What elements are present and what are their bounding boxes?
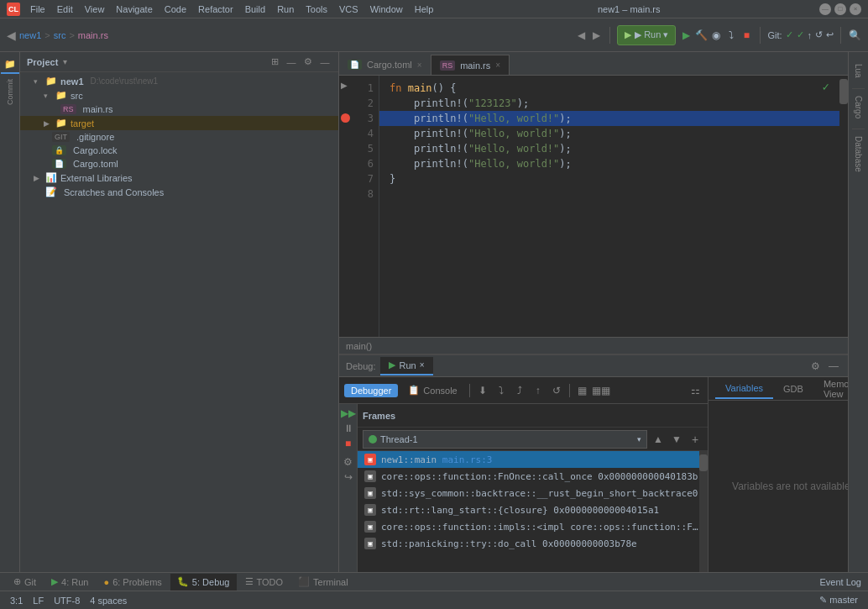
panel-settings-icon[interactable]: ⚙ — [301, 55, 315, 69]
debug-step-into-btn[interactable]: ⤵ — [494, 383, 509, 398]
tree-item-gitignore[interactable]: GIT .gitignore — [20, 130, 338, 144]
thread-selector[interactable]: Thread-1 ▾ — [363, 430, 647, 449]
console-subtab[interactable]: 📋 Console — [401, 383, 463, 397]
status-indent[interactable]: 4 spaces — [86, 596, 130, 606]
search-toolbar-icon[interactable]: 🔍 — [848, 29, 861, 42]
vars-tab-gdb[interactable]: GDB — [773, 379, 813, 399]
breadcrumb-back[interactable]: ◀ — [7, 29, 16, 42]
menu-vcs[interactable]: VCS — [334, 3, 363, 16]
debug-step-out-btn[interactable]: ⤴ — [512, 383, 527, 398]
breakpoint-marker[interactable] — [341, 113, 350, 123]
cargo-panel-label[interactable]: Cargo — [852, 88, 865, 125]
panel-close-icon[interactable]: — — [318, 55, 332, 69]
frames-scrollbar-thumb[interactable] — [699, 454, 708, 471]
close-button[interactable]: × — [850, 3, 861, 15]
debug-stop-icon[interactable]: ■ — [345, 438, 351, 449]
debug-settings-icon[interactable]: ⚙ — [808, 359, 823, 374]
frame-nav-down[interactable]: ▼ — [669, 432, 684, 447]
menu-file[interactable]: File — [25, 3, 50, 16]
frame-item-5[interactable]: ▣ core::ops::function::impls::<impl core… — [358, 518, 708, 535]
bottom-tab-git[interactable]: ⊕ Git — [7, 574, 43, 591]
event-log-link[interactable]: Event Log — [819, 577, 861, 587]
bottom-tab-todo[interactable]: ☰ TODO — [238, 574, 290, 591]
bottom-tab-debug[interactable]: 🐛 5: Debug — [170, 574, 237, 591]
minimize-button[interactable]: — — [819, 3, 831, 15]
database-panel-label[interactable]: Database — [852, 129, 865, 179]
status-position[interactable]: 3:1 — [7, 596, 26, 606]
editor-scrollbar[interactable] — [839, 76, 848, 337]
panel-locate-icon[interactable]: ⊞ — [268, 55, 281, 69]
status-branch[interactable]: ✎ master — [816, 595, 861, 606]
tree-item-scratches[interactable]: 📝 Scratches and Consoles — [20, 185, 338, 199]
menu-tools[interactable]: Tools — [301, 3, 332, 16]
debug-pause-icon[interactable]: ⏸ — [343, 423, 353, 434]
step-over-toolbar-icon[interactable]: ⤵ — [724, 29, 738, 42]
debug-resume-icon[interactable]: ▶▶ — [341, 407, 356, 419]
git-undo-icon[interactable]: ↩ — [826, 29, 834, 40]
debug-run-cursor-btn[interactable]: ↑ — [531, 383, 546, 398]
tree-item-cargo-toml[interactable]: 📄 Cargo.toml — [20, 157, 338, 171]
debug-layout-btn[interactable]: ⚏ — [688, 383, 703, 398]
debug-evaluate-btn[interactable]: ↺ — [549, 383, 564, 398]
menu-window[interactable]: Window — [365, 3, 408, 16]
tree-item-target[interactable]: ▶ 📁 target — [20, 116, 338, 130]
tree-item-main-rs[interactable]: RS main.rs — [20, 102, 338, 116]
git-refresh-icon[interactable]: ↺ — [815, 29, 823, 40]
project-tab[interactable]: 📁 — [1, 55, 19, 74]
debugger-subtab[interactable]: Debugger — [344, 384, 398, 397]
menu-view[interactable]: View — [80, 3, 110, 16]
coverage-icon[interactable]: ◉ — [709, 29, 723, 42]
tree-item-new1[interactable]: ▾ 📁 new1 D:\code\rust\new1 — [20, 74, 338, 88]
debug-run-icon[interactable]: ▶ — [679, 29, 693, 42]
frame-item-6[interactable]: ▣ std::panicking::try::do_call 0x0000000… — [358, 535, 708, 552]
frame-item-3[interactable]: ▣ std::sys_common::backtrace::__rust_beg… — [358, 485, 708, 501]
debug-run-tab[interactable]: ▶ Run × — [380, 357, 432, 375]
tab-main-rs[interactable]: RS main.rs × — [431, 55, 510, 75]
navigate-forward-icon[interactable]: ▶ — [589, 29, 603, 42]
vars-tab-variables[interactable]: Variables — [715, 379, 773, 399]
stop-icon[interactable]: ■ — [740, 29, 753, 42]
debug-minimize-icon[interactable]: — — [826, 359, 841, 374]
cargo-toml-tab-close[interactable]: × — [417, 60, 422, 70]
run-button[interactable]: ▶ ▶ Run ▾ — [617, 25, 676, 45]
lua-panel-label[interactable]: Lua — [852, 57, 865, 85]
menu-build[interactable]: Build — [240, 3, 270, 16]
frames-scrollbar[interactable] — [699, 451, 708, 572]
frame-item-4[interactable]: ▣ std::rt::lang_start::{closure} 0x00000… — [358, 501, 708, 518]
maximize-button[interactable]: □ — [834, 3, 846, 15]
debug-watch-btn[interactable]: ▦ — [575, 383, 590, 398]
git-push-icon[interactable]: ↑ — [808, 30, 813, 40]
debug-run-tab-close[interactable]: × — [420, 360, 425, 370]
menu-refactor[interactable]: Refactor — [193, 3, 238, 16]
add-frame-btn[interactable]: + — [688, 432, 703, 447]
menu-run[interactable]: Run — [272, 3, 299, 16]
build-icon[interactable]: 🔨 — [694, 29, 708, 42]
bottom-tab-run[interactable]: ▶ 4: Run — [44, 574, 95, 591]
project-dropdown-icon[interactable]: ▾ — [63, 57, 67, 66]
code-lines[interactable]: ✓ fn main() { println!("123123"); printl… — [379, 76, 839, 337]
debug-settings-left-icon[interactable]: ⚙ — [343, 456, 353, 468]
bottom-tab-problems[interactable]: ● 6: Problems — [97, 574, 168, 591]
frame-nav-up[interactable]: ▲ — [651, 432, 666, 447]
bottom-tab-terminal[interactable]: ⬛ Terminal — [291, 574, 355, 591]
tree-item-external-libs[interactable]: ▶ 📊 External Libraries — [20, 171, 338, 185]
tab-cargo-toml[interactable]: 📄 Cargo.toml × — [339, 55, 431, 75]
status-encoding[interactable]: UTF-8 — [50, 596, 83, 606]
menu-edit[interactable]: Edit — [52, 3, 78, 16]
debug-step-over-btn[interactable]: ⬇ — [475, 383, 490, 398]
frame-item-1[interactable]: ▣ new1::main main.rs:3 — [358, 451, 708, 468]
debug-memory-btn[interactable]: ▦▦ — [593, 383, 609, 398]
debug-redirect-icon[interactable]: ↪ — [344, 471, 353, 483]
frame-item-2[interactable]: ▣ core::ops::function::FnOnce::call_once… — [358, 468, 708, 485]
navigate-back-icon[interactable]: ◀ — [574, 29, 588, 42]
status-line-ending[interactable]: LF — [29, 596, 47, 606]
menu-help[interactable]: Help — [410, 3, 439, 16]
panel-collapse-icon[interactable]: — — [285, 55, 298, 69]
main-rs-tab-close[interactable]: × — [495, 60, 500, 70]
tree-item-cargo-lock[interactable]: 🔒 Cargo.lock — [20, 144, 338, 157]
menu-navigate[interactable]: Navigate — [111, 3, 157, 16]
vars-tab-memory[interactable]: Memory View — [813, 379, 848, 399]
commit-tab[interactable]: Commit — [1, 82, 19, 101]
scrollbar-thumb[interactable] — [839, 79, 848, 104]
menu-code[interactable]: Code — [159, 3, 191, 16]
